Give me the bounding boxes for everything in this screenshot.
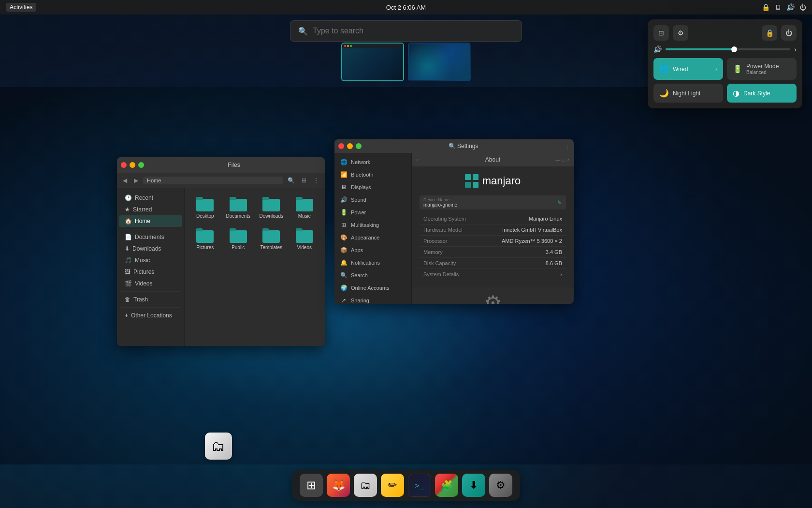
manjaro-brand-text: manjaro (482, 175, 521, 187)
settings-more-btn[interactable]: ⋮ (565, 144, 570, 149)
fm-sidebar-pictures[interactable]: 🖼 Pictures (119, 266, 182, 278)
settings-item-multitasking[interactable]: ⊞ Multitasking (334, 219, 411, 231)
fm-more-btn[interactable]: ⋮ (311, 176, 321, 185)
about-disk-field: Disk Capacity 8.6 GB (420, 258, 566, 269)
settings-item-network[interactable]: 🌐 Network (334, 156, 411, 168)
fm-max-btn[interactable] (138, 162, 144, 168)
night-light-icon: 🌙 (659, 89, 669, 98)
fm-file-pictures[interactable]: Pictures (190, 225, 220, 253)
fm-sidebar-downloads[interactable]: ⬇ Downloads (119, 243, 182, 254)
dock-install-btn[interactable]: ⬇ (462, 474, 485, 497)
dock-terminal-btn[interactable]: >_ (408, 474, 431, 497)
settings-item-power[interactable]: 🔋 Power (334, 206, 411, 219)
downloads-label: Downloads (260, 213, 283, 219)
notifications-label: Notifications (351, 260, 380, 266)
about-close-btn[interactable]: × (567, 157, 570, 163)
dark-style-icon: ◑ (733, 89, 740, 98)
fm-sidebar-music[interactable]: 🎵 Music (119, 254, 182, 266)
settings-close-btn[interactable] (338, 143, 344, 149)
sound-icon: 🔊 (340, 196, 347, 203)
fm-sidebar-starred[interactable]: ★ Starred (119, 204, 182, 215)
fm-sidebar-trash[interactable]: 🗑 Trash (119, 294, 182, 305)
fm-search-btn[interactable]: 🔍 (286, 176, 297, 185)
activities-button[interactable]: Activities (6, 3, 36, 12)
qs-lock-btn[interactable]: 🔒 (762, 25, 777, 41)
fm-sidebar-recent[interactable]: 🕐 Recent (119, 192, 182, 204)
settings-max-btn[interactable] (356, 143, 362, 149)
qs-settings-btn[interactable]: ⚙ (673, 25, 688, 41)
about-max-btn[interactable]: □ (562, 157, 565, 163)
thumb-close (344, 45, 346, 47)
power-mode-sublabel: Balanced (746, 70, 779, 75)
fm-sidebar-documents[interactable]: 📄 Documents (119, 231, 182, 243)
qs-night-light-btn[interactable]: 🌙 Night Light (653, 84, 723, 103)
volume-slider[interactable] (666, 48, 790, 50)
qs-wired-btn[interactable]: 🌐 Wired › (653, 58, 723, 80)
other-icon: + (125, 312, 128, 319)
fm-view-btn[interactable]: ⊞ (300, 176, 308, 185)
settings-item-bluetooth[interactable]: 📶 Bluetooth (334, 168, 411, 181)
dock-editor-btn[interactable]: ✏ (381, 474, 404, 497)
fm-sidebar-documents-label: Documents (135, 234, 164, 240)
window-thumb-files[interactable] (341, 43, 404, 81)
about-system-details-btn[interactable]: System Details › (420, 269, 566, 280)
volume-icon[interactable]: 🔊 (786, 3, 795, 11)
network-label: Network (351, 159, 370, 165)
about-back-btn[interactable]: ← (416, 157, 421, 163)
window-thumbnails (341, 43, 471, 81)
settings-min-btn[interactable] (347, 143, 353, 149)
fm-back-btn[interactable]: ◀ (121, 176, 129, 185)
qs-screenshot-btn[interactable]: ⊡ (653, 25, 669, 41)
settings-item-displays[interactable]: 🖥 Displays (334, 181, 411, 194)
fm-file-videos[interactable]: Videos (290, 225, 319, 253)
thumb-min (347, 45, 349, 47)
dock-firefox-btn[interactable]: 🦊 (327, 474, 350, 497)
fm-file-downloads[interactable]: Downloads (257, 194, 286, 222)
dock-files-btn[interactable]: 🗂 (354, 474, 377, 497)
power-icon[interactable]: ⏻ (799, 3, 806, 11)
manjaro-logo-text: manjaro (420, 174, 566, 188)
settings-item-apps[interactable]: 📦 Apps (334, 244, 411, 256)
about-title: About (468, 156, 518, 163)
search-bar[interactable]: 🔍 (290, 20, 522, 42)
qs-power-mode-btn[interactable]: 🔋 Power Mode Balanced (727, 58, 797, 80)
fm-file-templates[interactable]: Templates (257, 225, 286, 253)
public-label: Public (232, 245, 245, 250)
settings-item-notifications[interactable]: 🔔 Notifications (334, 256, 411, 269)
fm-sidebar-sep3 (121, 307, 180, 308)
volume-arrow-btn[interactable]: › (794, 45, 797, 53)
fm-file-desktop[interactable]: Desktop (190, 194, 220, 222)
about-min-btn[interactable]: — (555, 157, 560, 163)
dock-settings-btn[interactable]: ⚙ (489, 474, 512, 497)
fm-sidebar-videos[interactable]: 🎬 Videos (119, 278, 182, 289)
fm-file-music[interactable]: Music (290, 194, 319, 222)
fm-min-btn[interactable] (130, 162, 135, 168)
device-name-edit-btn[interactable]: ✎ (557, 199, 562, 206)
settings-item-sharing[interactable]: ↗ Sharing (334, 294, 411, 304)
memory-label: Memory (423, 249, 443, 255)
fm-sidebar-other-locations[interactable]: + Other Locations (119, 310, 182, 321)
fm-file-documents[interactable]: Documents (224, 194, 253, 222)
qs-dark-style-btn[interactable]: ◑ Dark Style (727, 84, 797, 103)
hw-value: Innotek GmbH VirtualBox (502, 227, 562, 233)
dock-packages-btn[interactable]: 🧩 (435, 474, 458, 497)
fm-path[interactable]: Home (143, 177, 283, 184)
search-input[interactable] (313, 27, 514, 35)
fm-close-btn[interactable] (121, 162, 127, 168)
fm-sidebar-home[interactable]: 🏠 Home (119, 215, 182, 227)
qs-power-btn[interactable]: ⏻ (781, 25, 797, 41)
fm-file-public[interactable]: Public (224, 225, 253, 253)
screen-icon[interactable]: 🖥 (775, 3, 782, 11)
dock-app-grid-btn[interactable]: ⊞ (300, 474, 323, 497)
fm-forward-btn[interactable]: ▶ (132, 176, 140, 185)
svg-rect-1 (473, 174, 478, 180)
settings-item-online-accounts[interactable]: 🌍 Online Accounts (334, 282, 411, 294)
shield-icon[interactable]: 🔒 (762, 3, 770, 11)
window-thumb-bg[interactable] (408, 43, 471, 81)
settings-item-sound[interactable]: 🔊 Sound (334, 194, 411, 206)
videos-folder-icon (296, 228, 313, 243)
volume-slider-thumb[interactable] (731, 46, 737, 52)
settings-item-search[interactable]: 🔍 Search (334, 269, 411, 282)
firefox-icon: 🦊 (332, 479, 345, 492)
settings-item-appearance[interactable]: 🎨 Appearance (334, 231, 411, 244)
